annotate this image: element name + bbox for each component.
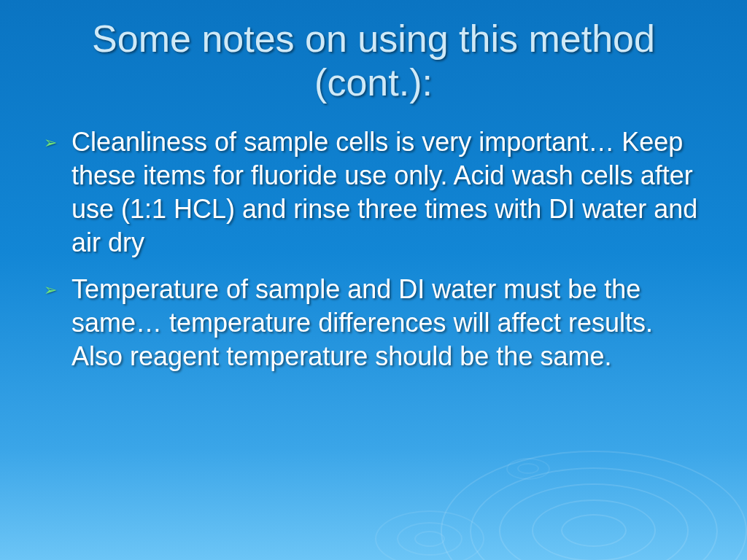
list-item-text: Temperature of sample and DI water must …: [71, 274, 653, 371]
list-item: ➢ Temperature of sample and DI water mus…: [44, 273, 706, 373]
list-item-text: Cleanliness of sample cells is very impo…: [71, 127, 697, 257]
bullet-icon: ➢: [44, 133, 57, 153]
slide: Some notes on using this method (cont.):…: [0, 0, 747, 560]
slide-title: Some notes on using this method (cont.):: [41, 18, 706, 105]
bullet-icon: ➢: [44, 280, 57, 300]
list-item: ➢ Cleanliness of sample cells is very im…: [44, 125, 706, 260]
bullet-list: ➢ Cleanliness of sample cells is very im…: [41, 125, 706, 374]
